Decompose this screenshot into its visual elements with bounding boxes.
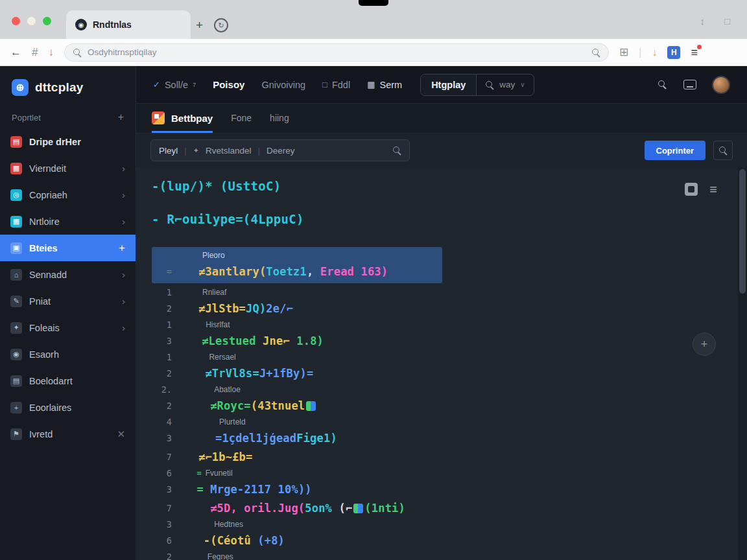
chevron-right-icon[interactable]: ›: [122, 216, 125, 227]
address-search-icon[interactable]: [591, 48, 600, 57]
sidebar-item-pniat[interactable]: ✎Pniat›: [0, 288, 136, 314]
chevron-right-icon[interactable]: ›: [122, 163, 125, 174]
nav-item-soll-e[interactable]: ✓Soll/e7: [153, 80, 196, 90]
pan-tool-button[interactable]: +: [693, 332, 716, 356]
browser-titlebar: ◉ Rndtnlas + ↻ ↕ □: [0, 0, 747, 39]
line-number: 7: [152, 503, 182, 513]
line-number: 1: [152, 287, 182, 298]
tab-fone[interactable]: Fone: [231, 104, 252, 133]
close-icon[interactable]: ✕: [117, 428, 125, 440]
sidebar-item-dripe-drher[interactable]: ▤Dripe drHer: [0, 128, 136, 155]
window-resize-icon[interactable]: ↕: [700, 16, 705, 27]
sidebar-item-bteies[interactable]: ▣Bteies+: [0, 235, 136, 261]
code-line[interactable]: 2≠Royc=(43tnuel: [152, 396, 747, 415]
app-logo-icon: ⊕: [12, 79, 29, 96]
notification-dot: [697, 45, 702, 49]
tab-bettbpay[interactable]: Bettbpay: [152, 104, 213, 133]
chevron-right-icon[interactable]: ›: [122, 269, 125, 280]
editor-menu-icon[interactable]: ≡: [709, 183, 717, 196]
filter-input[interactable]: Pleyl | ✦ Rvetslandel | Deerey: [150, 139, 410, 161]
add-item-button[interactable]: +: [119, 242, 125, 255]
nav-item-poisoy[interactable]: Poisoy: [213, 79, 244, 90]
sidebar-item-ivretd[interactable]: ⚑Ivretd✕: [0, 421, 136, 447]
browser-menu-icon[interactable]: ≡: [691, 47, 698, 58]
new-tab-button[interactable]: +: [196, 19, 203, 31]
code-token: ≠Royc=: [210, 399, 251, 412]
code-annotation: Fvunetil: [206, 469, 233, 478]
sidebar-item-vierndeit[interactable]: ▦Vierndeit›: [0, 155, 136, 181]
scrollbar[interactable]: [738, 167, 747, 560]
project-name[interactable]: Htgplay: [421, 75, 477, 95]
project-search[interactable]: way ∨: [477, 75, 533, 95]
scrollbar-thumb[interactable]: [739, 169, 746, 294]
coprinter-button[interactable]: Coprinter: [645, 141, 706, 160]
h-extension-icon[interactable]: H: [667, 46, 680, 59]
nav-item-fddl[interactable]: □Fddl: [322, 80, 350, 90]
code-line[interactable]: 7≠5D, oril.Jug(5on% (⌐(1nti): [152, 498, 747, 517]
minimize-window-button[interactable]: [27, 17, 36, 25]
tab-group-button[interactable]: ↻: [214, 18, 228, 32]
back-icon[interactable]: ←: [10, 47, 21, 58]
vierndeit-icon: ▦: [10, 163, 22, 174]
esaorh-icon: ◉: [10, 349, 22, 360]
code-annotation: Hedtnes: [182, 520, 243, 529]
code-token: ≠⌐1b~£b=: [198, 450, 252, 463]
annotation-lead-icon: =: [196, 469, 201, 478]
address-bar[interactable]: Osdyhitrnsptiqilay: [64, 43, 609, 62]
nav-item-serm[interactable]: ▦Serm: [367, 80, 402, 90]
sidebar-item-label: Nrtloire: [29, 216, 115, 227]
shortcut-grid-icon[interactable]: #: [32, 47, 38, 58]
add-section-button[interactable]: +: [118, 111, 124, 123]
code-token: (⌐: [338, 502, 352, 515]
sidebar-item-eoorlaires[interactable]: +Eoorlaires: [0, 394, 136, 421]
chevron-right-icon[interactable]: ›: [122, 189, 125, 200]
sidebar-item-label: Bteies: [29, 243, 112, 253]
sidebar-item-boelodarrt[interactable]: ▤Boelodarrt: [0, 368, 136, 394]
sidebar-item-nrtloire[interactable]: ▦Nrtloire›: [0, 208, 136, 235]
nav-item-gnivoiving[interactable]: Gnivoiving: [261, 80, 305, 90]
sidebar-item-label: Copriaeh: [29, 190, 115, 200]
tab-hiing[interactable]: hiing: [270, 104, 289, 133]
bteies-icon: ▣: [10, 242, 22, 254]
line-number: 4: [152, 417, 182, 427]
code-annotation-row: 1Rnlieaf: [152, 285, 747, 299]
boelodarrt-icon: ▤: [10, 375, 22, 387]
code-line[interactable]: 7≠⌐1b~£b=: [152, 447, 747, 466]
devices-icon[interactable]: [683, 80, 696, 89]
code-line[interactable]: 2≠TrVl8s=J+1fBy)=: [152, 364, 747, 382]
downloads-tray-icon[interactable]: ↓: [48, 47, 54, 58]
browser-tab[interactable]: ◉ Rndtnlas: [66, 10, 191, 39]
highlighted-line[interactable]: Pleoro=≠3antlary(Toetz1, Eread 163): [152, 247, 442, 283]
copy-stack-icon[interactable]: [685, 183, 698, 196]
user-avatar[interactable]: [712, 76, 730, 94]
window-layout-icon[interactable]: □: [724, 16, 730, 27]
sidebar-item-sennadd[interactable]: ⌂Sennadd›: [0, 261, 136, 288]
code-line[interactable]: 3= Mrge-2117 10%)): [152, 480, 747, 498]
filter-search-icon[interactable]: [392, 146, 401, 155]
zoom-window-button[interactable]: [43, 17, 51, 25]
global-search-icon[interactable]: [658, 80, 668, 90]
close-window-button[interactable]: [12, 17, 20, 25]
code-line[interactable]: 2≠JlStb=JQ)2e/⌐: [152, 299, 747, 318]
window-controls: [12, 17, 51, 25]
download-badge-icon[interactable]: ↓: [652, 47, 657, 58]
nav-item-label: Gnivoiving: [261, 80, 305, 90]
chevron-right-icon[interactable]: ›: [122, 322, 125, 333]
sidebar-item-esaorh[interactable]: ◉Esaorh: [0, 341, 136, 368]
sidebar-item-foleais[interactable]: ✦Foleais›: [0, 314, 136, 341]
sidebar-item-copriaeh[interactable]: ◎Copriaeh›: [0, 181, 136, 208]
code-line[interactable]: 6-(Céotû (+8): [152, 531, 747, 550]
chevron-right-icon[interactable]: ›: [122, 296, 125, 307]
code-token: J+1fBy)=: [259, 367, 313, 380]
screen: ◉ Rndtnlas + ↻ ↕ □ ← # ↓ Osdyhitrnsptiqi…: [0, 0, 747, 560]
code-token: ≠JlStb=: [198, 302, 246, 315]
extensions-icon[interactable]: ⊞: [619, 47, 628, 58]
quick-search-button[interactable]: [713, 141, 733, 160]
code-line[interactable]: 3≠Lestued Jne⌐ 1.8): [152, 331, 747, 350]
code-line[interactable]: 3=1çdel1jģeadFige1): [152, 428, 747, 447]
tab-label: Fone: [231, 113, 252, 123]
sidebar-section-label: Poprtlet: [12, 113, 41, 122]
top-nav-right: [658, 76, 730, 94]
tab-favicon-icon: ◉: [75, 19, 87, 30]
project-switcher[interactable]: Htgplay way ∨: [420, 74, 534, 96]
